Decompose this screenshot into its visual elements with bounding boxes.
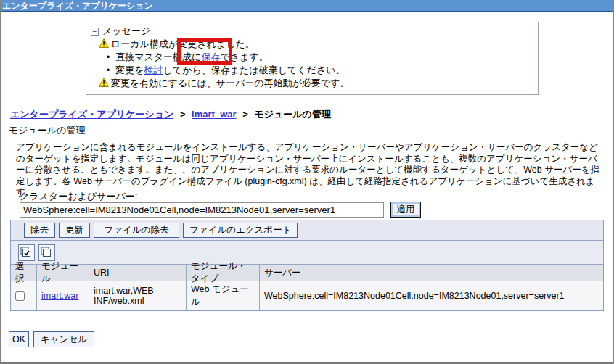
column-header-module: モジュール	[37, 265, 89, 281]
uri-value: imart.war,WEB-INF/web.xml	[94, 286, 181, 306]
row-module-type-cell: Web モジュール	[187, 281, 260, 310]
table-row: imart.war imart.war,WEB-INF/web.xml Web …	[11, 281, 603, 310]
column-header-module-type: モジュール・タイプ	[187, 265, 260, 281]
breadcrumb-separator: >	[242, 109, 248, 120]
table-toolbar: 除去 更新 ファイルの除去 ファイルのエクスポート	[11, 220, 603, 241]
update-button[interactable]: 更新	[59, 223, 90, 238]
bullet-icon: •	[107, 66, 110, 75]
page-title: モジュールの管理	[9, 124, 86, 137]
cluster-server-input[interactable]	[20, 202, 384, 218]
deselect-all-icon[interactable]	[38, 244, 55, 261]
export-file-button[interactable]: ファイルのエクスポート	[183, 223, 298, 238]
select-all-icon[interactable]	[18, 244, 35, 261]
window-title: エンタープライズ・アプリケーション	[2, 1, 153, 11]
warning-icon	[99, 38, 109, 50]
row-module-cell: imart.war	[37, 281, 89, 310]
row-checkbox[interactable]	[15, 291, 25, 301]
module-link[interactable]: imart.war	[41, 291, 78, 301]
window-title-bar: エンタープライズ・アプリケーション	[0, 0, 614, 12]
footer-actions: OK キャンセル	[9, 331, 94, 347]
row-select-cell	[11, 281, 37, 310]
cancel-button[interactable]: キャンセル	[33, 331, 94, 347]
row-uri-cell: imart.war,WEB-INF/web.xml	[89, 281, 187, 310]
modules-table: 除去 更新 ファイルの除去 ファイルのエクスポート 選択 モジュール URI モ…	[10, 220, 604, 311]
messages-header-label: メッセージ	[102, 25, 150, 38]
table-header-row: 選択 モジュール URI モジュール・タイプ サーバー	[11, 265, 603, 281]
red-highlight-annotation	[177, 38, 232, 65]
remove-button[interactable]: 除去	[24, 223, 55, 238]
review-link[interactable]: 検討	[144, 65, 163, 75]
column-header-uri: URI	[89, 265, 187, 281]
table-selection-bar	[11, 241, 603, 265]
collapse-icon[interactable]: −	[91, 28, 99, 36]
breadcrumb-separator: >	[180, 109, 186, 120]
messages-header: − メッセージ	[91, 25, 150, 38]
column-header-server: サーバー	[260, 265, 603, 281]
apply-button[interactable]: 適用	[390, 202, 421, 218]
messages-panel: − メッセージ ローカル構成が変更されました。 • 直接マスター構成に保存できま…	[86, 22, 539, 95]
breadcrumb: エンタープライズ・アプリケーション > imart_war > モジュールの管理	[10, 108, 331, 121]
bullet-icon: •	[107, 53, 110, 62]
message-restart-required: 変更を有効にするには、サーバーの再始動が必要です。	[99, 77, 350, 90]
breadcrumb-current: モジュールの管理	[254, 109, 331, 120]
remove-file-button[interactable]: ファイルの除去	[94, 223, 179, 238]
warning-icon	[99, 78, 109, 89]
ok-button[interactable]: OK	[9, 331, 29, 347]
message-review-option: • 変更を検討してから、保存または破棄してください。	[107, 64, 345, 77]
cluster-server-row: 適用	[20, 202, 421, 218]
row-server-cell: WebSphere:cell=IM8213Node01Cell,node=IM8…	[260, 281, 603, 310]
breadcrumb-link-imart-war[interactable]: imart_war	[192, 109, 236, 120]
breadcrumb-link-enterprise-applications[interactable]: エンタープライズ・アプリケーション	[10, 109, 173, 120]
message-text: 変更を有効にするには、サーバーの再始動が必要です。	[111, 77, 350, 90]
column-header-select: 選択	[11, 265, 37, 281]
message-text: 変更を検討してから、保存または破棄してください。	[115, 64, 345, 77]
